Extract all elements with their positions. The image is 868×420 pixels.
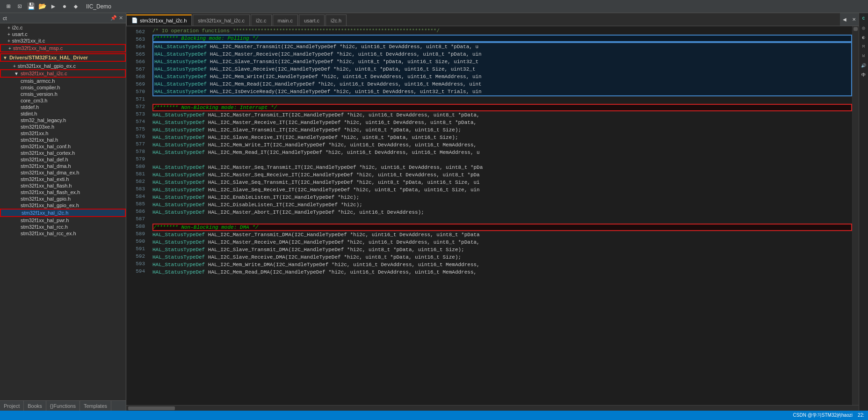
tab-i2c-c[interactable]: i2c.c <box>251 14 272 26</box>
code-line-589: HAL_StatusTypeDef HAL_I2C_Master_Transmi… <box>152 231 852 239</box>
tree-label: stm32f1xx_hal_pwr.h <box>21 217 69 223</box>
tree-item-stdint[interactable]: stdint.h <box>0 110 126 117</box>
tree-item-hal-dma-ex[interactable]: stm32f1xx_hal_dma_ex.h <box>0 169 126 176</box>
tree-item-hal-conf[interactable]: stm32f1xx_hal_conf.h <box>0 143 126 150</box>
file-icon: + <box>7 32 10 37</box>
code-line-586: HAL_StatusTypeDef HAL_I2C_Master_Abort_I… <box>152 209 852 216</box>
tree-label: stm32f1xx_hal_i2c.c <box>21 71 67 76</box>
tree-label: stdint.h <box>21 111 37 116</box>
sidebar-tab-books[interactable]: Books <box>24 401 46 411</box>
tree-item-hal-gpio-ex-h[interactable]: stm32f1xx_hal_gpio_ex.h <box>0 202 126 209</box>
sidebar-header-icons: 📌 ✕ <box>110 15 123 21</box>
tree-item-cmsis-version[interactable]: cmsis_version.h <box>0 91 126 97</box>
tree-item-msp-c[interactable]: + stm32f1xx_hal_msp.c <box>0 44 126 52</box>
toolbar-icon-arrow[interactable]: ▶ <box>49 2 58 11</box>
sidebar-header: ct 📌 ✕ <box>0 13 126 23</box>
code-line-587 <box>152 216 852 224</box>
tree-item-hal-h[interactable]: stm32f1xx_hal.h <box>0 137 126 143</box>
toolbar: ⊞ ⊡ 💾 📂 ▶ ● ◆ IIC_Demo <box>0 0 868 13</box>
tree-item-cmsis-compiler[interactable]: cmsis_compiler.h <box>0 84 126 91</box>
code-line-585: HAL_StatusTypeDef HAL_I2C_DisableListen_… <box>152 201 852 209</box>
tree-label: stm32f1xx_hal_exti.h <box>21 176 69 182</box>
file-icon: + <box>7 38 10 43</box>
tree-item-hal-rcc-ex[interactable]: stm32f1xx_hal_rcc_ex.h <box>0 230 126 237</box>
tab-main-c[interactable]: main.c <box>273 14 298 26</box>
sidebar-tab-templates[interactable]: Templates <box>80 401 111 411</box>
tab-stm32-hal-i2c-h[interactable]: 📄 stm32f1xx_hal_i2c.h <box>126 14 192 26</box>
toolbar-icon-dot[interactable]: ● <box>60 2 69 11</box>
tree-label: cmsis_compiler.h <box>21 85 60 90</box>
toolbar-icon-save[interactable]: 💾 <box>26 2 36 11</box>
status-time: 22: <box>858 413 864 418</box>
status-csdn: CSDN @学习STM32的haozi <box>793 413 853 418</box>
scrollbar-thumb[interactable] <box>854 27 858 31</box>
toolbar-icon-grid[interactable]: ⊞ <box>4 2 13 11</box>
tree-item-drivers-folder[interactable]: ▼ Drivers/STM32F1xx_HAL_Driver <box>0 53 126 62</box>
code-line-576: HAL_StatusTypeDef HAL_I2C_Slave_Receive_… <box>152 134 852 141</box>
tree-item-i2c-c[interactable]: + i2c.c <box>0 24 126 31</box>
right-icon-circle[interactable]: ◎ <box>860 24 868 32</box>
tree-item-hal-rcc[interactable]: stm32f1xx_hal_rcc.h <box>0 224 126 230</box>
code-line-594: HAL_StatusTypeDef HAL_I2C_Mem_Read_DMA(I… <box>152 268 852 276</box>
tree-label: stm32f1xx_hal_flash.h <box>21 183 72 188</box>
tree-item-f103xe[interactable]: stm32f103xe.h <box>0 123 126 130</box>
toolbar-icon-diamond[interactable]: ◆ <box>71 2 80 11</box>
tree-item-gpio-ex-c[interactable]: + stm32f1xx_hal_gpio_ex.c <box>0 63 126 69</box>
file-tree: + i2c.c + usart.c + stm32f1xx_it.c + stm… <box>0 23 126 400</box>
tree-item-hal-i2c-h[interactable]: stm32f1xx_hal_i2c.h <box>0 209 126 217</box>
tab-bar-right: ◀ ✕ <box>840 13 859 26</box>
right-icon-w[interactable]: W <box>860 52 868 60</box>
tree-item-hal-pwr[interactable]: stm32f1xx_hal_pwr.h <box>0 217 126 224</box>
tab-bar: 📄 stm32f1xx_hal_i2c.h stm32f1xx_hal_i2c.… <box>126 13 859 26</box>
toolbar-icon-load[interactable]: 📂 <box>37 2 47 11</box>
sidebar-close-icon[interactable]: ✕ <box>119 15 123 21</box>
line-numbers: 5625635645655665675685695705715725735745… <box>126 26 149 405</box>
sidebar: ct 📌 ✕ + i2c.c + usart.c + stm32f1xx_it.… <box>0 13 126 411</box>
tree-item-core-cm3[interactable]: core_cm3.h <box>0 97 126 104</box>
code-line-566: HAL_StatusTypeDef HAL_I2C_Slave_Transmit… <box>154 58 850 65</box>
tree-label: stm32f1xx_hal_gpio_ex.c <box>18 63 76 69</box>
code-line-578: HAL_StatusTypeDef HAL_I2C_Mem_Read_IT(I2… <box>152 149 852 156</box>
horizontal-scrollbar[interactable] <box>126 405 859 411</box>
right-icon-sound[interactable]: 🔊 <box>860 62 868 69</box>
tree-item-stddef[interactable]: stddef.h <box>0 104 126 110</box>
tree-item-it-c[interactable]: + stm32f1xx_it.c <box>0 37 126 44</box>
tree-label: stm32f1xx_hal_msp.c <box>13 45 63 51</box>
tree-item-hal-flash[interactable]: stm32f1xx_hal_flash.h <box>0 182 126 189</box>
sidebar-pin-icon[interactable]: 📌 <box>110 15 117 21</box>
code-line-571 <box>152 96 852 104</box>
sidebar-tab-functions[interactable]: {} Functions <box>46 401 80 411</box>
tree-label: stm32_hal_legacy.h <box>21 117 66 123</box>
tree-item-i2c-c-hal[interactable]: ▼ stm32f1xx_hal_i2c.c <box>0 69 126 78</box>
right-icon-zh[interactable]: 中 <box>860 71 868 79</box>
sidebar-tab-project[interactable]: Project <box>0 401 24 411</box>
right-icon-c[interactable]: C <box>860 15 868 22</box>
tab-stm32-hal-i2c-c[interactable]: stm32f1xx_hal_i2c.c <box>193 14 250 26</box>
code-block-blue: HAL_StatusTypeDef HAL_I2C_Master_Transmi… <box>152 42 852 96</box>
right-icon-m[interactable]: M <box>860 43 868 51</box>
tree-item-usart-c[interactable]: + usart.c <box>0 31 126 37</box>
tab-i2c-h[interactable]: i2c.h <box>326 14 347 26</box>
tree-item-hal-legacy[interactable]: stm32_hal_legacy.h <box>0 117 126 123</box>
right-panel: C ◎ ◐ M W 🔊 中 <box>859 13 868 411</box>
tree-item-cmsis-armcc[interactable]: cmsis_armcc.h <box>0 78 126 84</box>
code-line-562: /* IO operation functions **************… <box>152 27 852 35</box>
tree-item-hal-exti[interactable]: stm32f1xx_hal_exti.h <box>0 176 126 182</box>
tree-item-hal-flash-ex[interactable]: stm32f1xx_hal_flash_ex.h <box>0 189 126 196</box>
tree-item-hal-gpio[interactable]: stm32f1xx_hal_gpio.h <box>0 196 126 202</box>
tab-scroll-left[interactable]: ◀ <box>840 13 849 26</box>
editor-scrollbar[interactable] <box>852 26 859 405</box>
toolbar-icon-grid2[interactable]: ⊡ <box>15 2 24 11</box>
tree-item-stm32f1xx[interactable]: stm32f1xx.h <box>0 130 126 137</box>
h-scrollbar-thumb[interactable] <box>128 406 175 410</box>
tab-usart-c[interactable]: usart.c <box>299 14 325 26</box>
code-line-582: HAL_StatusTypeDef HAL_I2C_Slave_Seq_Tran… <box>152 179 852 186</box>
tree-item-hal-dma[interactable]: stm32f1xx_hal_dma.h <box>0 163 126 169</box>
code-line-573: HAL_StatusTypeDef HAL_I2C_Master_Transmi… <box>152 111 852 119</box>
file-icon: + <box>13 64 16 69</box>
tree-label: cmsis_version.h <box>21 91 58 97</box>
tab-scroll-close[interactable]: ✕ <box>849 13 859 26</box>
right-icon-half[interactable]: ◐ <box>860 34 868 41</box>
tree-item-hal-cortex[interactable]: stm32f1xx_hal_cortex.h <box>0 150 126 156</box>
tree-item-hal-def[interactable]: stm32f1xx_hal_def.h <box>0 156 126 163</box>
